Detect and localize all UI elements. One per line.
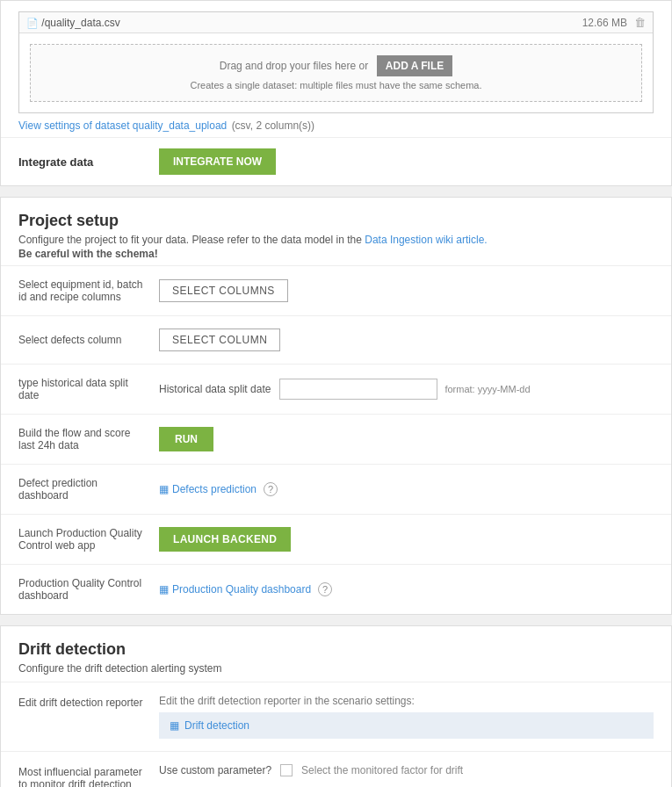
setup-row-date: type historical data split date Historic… (1, 364, 671, 414)
drift-edit-text: Edit the drift detection reporter in the… (159, 695, 654, 707)
equipment-label: Select equipment id, batch id and recipe… (18, 278, 159, 303)
pqc-dashboard-label: Production Quality Control dashboard (18, 577, 159, 602)
setup-row-run: Build the flow and score last 24h data R… (1, 414, 671, 464)
pqc-dashboard-icon: ▦ (159, 583, 169, 596)
schema-text: Creates a single dataset: multiple files… (45, 80, 627, 90)
launch-backend-button[interactable]: LAUNCH BACKEND (159, 527, 291, 552)
file-icon: 📄 (26, 18, 39, 28)
date-format: format: yyyy-MM-dd (444, 384, 530, 394)
drift-reporter-label: Edit drift detection reporter (18, 695, 159, 709)
run-label: Build the flow and score last 24h data (18, 427, 159, 451)
drift-desc: Configure the drift detection alerting s… (18, 662, 654, 675)
hist-date-label: Historical data split date (159, 383, 271, 395)
custom-param-label: Use custom parameter? (159, 764, 271, 776)
add-file-button[interactable]: ADD A FILE (377, 55, 452, 76)
production-quality-dashboard-link[interactable]: ▦ Production Quality dashboard (159, 583, 311, 596)
view-settings-link[interactable]: View settings of dataset quality_data_up… (18, 119, 314, 132)
setup-row-defect-dashboard: Defect prediction dashboard ▦ Defects pr… (1, 464, 671, 514)
integrate-now-button[interactable]: INTEGRATE NOW (159, 148, 276, 175)
integrate-label: Integrate data (18, 155, 159, 169)
defects-prediction-link[interactable]: ▦ Defects prediction (159, 483, 257, 495)
project-setup-desc: Configure the project to fit your data. … (18, 234, 654, 246)
drift-param-label: Most influencial parameter to monitor dr… (18, 764, 159, 787)
wiki-link[interactable]: Data Ingestion wiki article. (365, 234, 487, 246)
date-label: type historical data split date (18, 377, 159, 401)
file-name: 📄 /quality_data.csv (26, 17, 120, 29)
drop-text: Drag and drop your files here or (220, 60, 368, 72)
schema-warning: Be careful with the schema! (18, 248, 654, 260)
defects-dashboard-icon: ▦ (159, 483, 169, 495)
defects-label: Select defects column (18, 334, 159, 346)
defect-dashboard-label: Defect prediction dashboard (18, 477, 159, 502)
launch-label: Launch Production Quality Control web ap… (18, 527, 159, 552)
drift-detection-link[interactable]: Drift detection (184, 719, 249, 732)
custom-param-checkbox[interactable] (280, 764, 293, 776)
monitored-label: Select the monitored factor for drift (301, 764, 463, 776)
drift-reporter-row: Edit drift detection reporter Edit the d… (1, 682, 671, 751)
setup-row-pqc-dashboard: Production Quality Control dashboard ▦ P… (1, 564, 671, 614)
setup-row-defects: Select defects column SELECT COLUMN (1, 315, 671, 364)
select-column-button[interactable]: SELECT COLUMN (159, 329, 280, 351)
defect-dashboard-help-icon[interactable]: ? (264, 482, 278, 496)
drift-link-icon: ▦ (170, 719, 179, 732)
setup-row-equipment: Select equipment id, batch id and recipe… (1, 265, 671, 315)
pqc-dashboard-help-icon[interactable]: ? (318, 582, 332, 596)
select-columns-button[interactable]: SELECT COLUMNS (159, 279, 288, 302)
hist-date-input[interactable] (279, 379, 437, 400)
project-setup-title: Project setup (18, 212, 654, 230)
drift-param-row: Most influencial parameter to monitor dr… (1, 751, 671, 787)
file-size: 12.66 MB (582, 17, 627, 29)
run-button[interactable]: RUN (159, 427, 213, 451)
delete-icon[interactable]: 🗑 (634, 16, 646, 29)
setup-row-launch: Launch Production Quality Control web ap… (1, 514, 671, 564)
drift-title: Drift detection (18, 640, 654, 659)
